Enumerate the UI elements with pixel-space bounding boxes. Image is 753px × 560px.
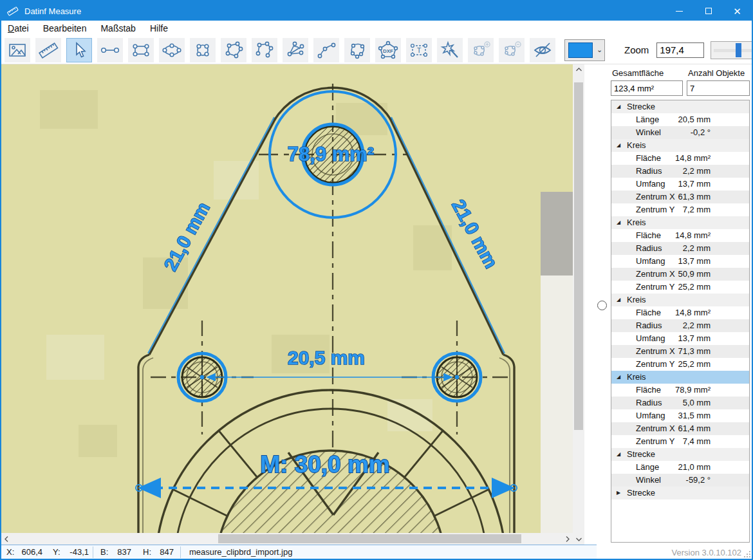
property-row[interactable]: Fläche14,8 mm² bbox=[611, 306, 749, 319]
image-tool-button[interactable] bbox=[5, 38, 30, 62]
collapse-icon[interactable]: ◢ bbox=[617, 371, 623, 384]
property-label: Umfang bbox=[636, 332, 665, 345]
horizontal-scrollbar[interactable] bbox=[1, 533, 573, 545]
menu-bearbeiten[interactable]: Bearbeiten bbox=[43, 22, 93, 35]
menu-massstab[interactable]: Maßstab bbox=[100, 22, 142, 35]
measurement-group-strecke[interactable]: ▶Strecke bbox=[611, 487, 749, 499]
subtract-region-tool-button[interactable] bbox=[499, 38, 525, 62]
zoom-slider[interactable] bbox=[711, 41, 753, 59]
ruler-tool-button[interactable] bbox=[35, 38, 61, 62]
expand-icon[interactable]: ▶ bbox=[617, 487, 623, 499]
collapse-icon[interactable]: ◢ bbox=[617, 216, 623, 229]
dxf-tool-button[interactable]: DXF bbox=[375, 38, 401, 62]
splitter-handle-icon[interactable] bbox=[597, 301, 607, 310]
status-width-value: 837 bbox=[111, 547, 131, 557]
collapse-icon[interactable]: ◢ bbox=[617, 294, 623, 306]
scroll-up-arrow[interactable] bbox=[573, 64, 584, 75]
polygon-tool-button[interactable] bbox=[221, 38, 246, 62]
total-area-field[interactable] bbox=[611, 80, 683, 96]
property-row[interactable]: Zentrum Y7,4 mm bbox=[611, 435, 749, 448]
scroll-left-arrow[interactable] bbox=[1, 533, 12, 545]
property-label: Umfang bbox=[636, 178, 665, 191]
scroll-right-arrow[interactable] bbox=[562, 533, 573, 545]
vertical-scroll-thumb[interactable] bbox=[574, 82, 583, 430]
property-row[interactable]: Zentrum X50,9 mm bbox=[611, 268, 749, 281]
circle-tool-button[interactable] bbox=[190, 38, 216, 62]
property-row[interactable]: Zentrum X61,3 mm bbox=[611, 191, 749, 203]
property-row[interactable]: Umfang13,7 mm bbox=[611, 178, 749, 191]
status-y-label: Y: bbox=[53, 547, 60, 557]
panel-splitter[interactable] bbox=[597, 64, 609, 559]
property-label: Zentrum X bbox=[636, 422, 675, 435]
property-row[interactable]: Radius2,2 mm bbox=[611, 165, 749, 178]
measure-canvas[interactable]: 78,9 mm² 20,5 mm 21,0 mm 21,0 mm M: 30,0… bbox=[1, 64, 573, 533]
object-count-field[interactable] bbox=[687, 80, 750, 96]
property-row[interactable]: Zentrum Y25,2 mm bbox=[611, 281, 749, 294]
text-tool-button[interactable]: T bbox=[406, 38, 432, 62]
property-value: 20,5 mm bbox=[678, 113, 711, 126]
property-row[interactable]: Umfang13,7 mm bbox=[611, 255, 749, 268]
property-row[interactable]: Zentrum Y7,2 mm bbox=[611, 203, 749, 216]
minimize-button[interactable] bbox=[665, 1, 694, 21]
horizontal-scroll-thumb[interactable] bbox=[218, 534, 521, 543]
freeform-tool-button[interactable] bbox=[344, 38, 370, 62]
property-row[interactable]: Zentrum Y25,2 mm bbox=[611, 358, 749, 371]
angle-tool-button[interactable] bbox=[283, 38, 308, 62]
property-row[interactable]: Zentrum X61,4 mm bbox=[611, 422, 749, 435]
property-label: Radius bbox=[636, 165, 662, 178]
property-row[interactable]: Zentrum X71,3 mm bbox=[611, 345, 749, 358]
property-row[interactable]: Winkel-59,2 ° bbox=[611, 474, 749, 487]
measurement-group-kreis[interactable]: ◢Kreis bbox=[611, 139, 749, 152]
ruler-icon bbox=[38, 41, 59, 60]
close-button[interactable]: ✕ bbox=[723, 1, 752, 21]
measurement-list[interactable]: ◢StreckeLänge20,5 mmWinkel-0,2 °◢KreisFl… bbox=[611, 100, 750, 543]
property-row[interactable]: Radius2,2 mm bbox=[611, 319, 749, 332]
color-dropdown[interactable]: ⌄ bbox=[564, 39, 605, 61]
measurement-group-kreis[interactable]: ◢Kreis bbox=[611, 371, 749, 384]
line-tool-button[interactable] bbox=[97, 38, 123, 62]
property-row[interactable]: Radius5,0 mm bbox=[611, 397, 749, 409]
add-region-tool-button[interactable] bbox=[468, 38, 494, 62]
measurement-group-kreis[interactable]: ◢Kreis bbox=[611, 294, 749, 306]
property-row[interactable]: Winkel-0,2 ° bbox=[611, 126, 749, 139]
menu-datei[interactable]: Datei bbox=[8, 22, 35, 35]
property-label: Fläche bbox=[636, 384, 661, 397]
status-x-value: 606,4 bbox=[17, 547, 42, 557]
collapse-icon[interactable]: ◢ bbox=[617, 448, 623, 461]
measurement-group-strecke[interactable]: ◢Strecke bbox=[611, 100, 749, 113]
measurement-group-kreis[interactable]: ◢Kreis bbox=[611, 216, 749, 229]
menu-hilfe[interactable]: Hilfe bbox=[150, 22, 174, 35]
zoom-input[interactable] bbox=[656, 42, 704, 58]
polyline-tool-button[interactable] bbox=[313, 38, 339, 62]
hide-annotations-tool-button[interactable] bbox=[530, 38, 555, 62]
property-row[interactable]: Fläche14,8 mm² bbox=[611, 152, 749, 165]
property-row[interactable]: Länge20,5 mm bbox=[611, 113, 749, 126]
resize-grip-icon[interactable] bbox=[744, 551, 750, 557]
zoom-slider-track bbox=[714, 49, 753, 52]
ellipse-tool-button[interactable] bbox=[159, 38, 185, 62]
vertical-scrollbar[interactable] bbox=[573, 64, 584, 545]
rectangle-tool-button[interactable] bbox=[128, 38, 154, 62]
property-row[interactable]: Fläche14,8 mm² bbox=[611, 229, 749, 242]
measurement-group-strecke[interactable]: ◢Strecke bbox=[611, 448, 749, 461]
group-name: Strecke bbox=[627, 487, 655, 499]
property-row[interactable]: Umfang31,5 mm bbox=[611, 409, 749, 422]
property-value: 31,5 mm bbox=[678, 409, 711, 422]
scroll-down-arrow[interactable] bbox=[573, 534, 584, 545]
collapse-icon[interactable]: ◢ bbox=[617, 100, 623, 113]
property-row[interactable]: Fläche78,9 mm² bbox=[611, 384, 749, 397]
property-value: 71,3 mm bbox=[678, 345, 711, 358]
app-ruler-icon bbox=[6, 5, 19, 17]
collapse-icon[interactable]: ◢ bbox=[617, 139, 623, 152]
group-name: Kreis bbox=[627, 294, 646, 306]
property-row[interactable]: Radius2,2 mm bbox=[611, 242, 749, 255]
zoom-slider-thumb[interactable] bbox=[736, 43, 741, 57]
maximize-button[interactable] bbox=[694, 1, 723, 21]
property-value: 14,8 mm² bbox=[675, 229, 711, 242]
property-row[interactable]: Umfang13,7 mm bbox=[611, 332, 749, 345]
property-row[interactable]: Länge21,0 mm bbox=[611, 461, 749, 474]
select-tool-button[interactable] bbox=[66, 38, 92, 62]
property-label: Zentrum X bbox=[636, 268, 675, 281]
open-polygon-tool-button[interactable] bbox=[252, 38, 277, 62]
magic-wand-tool-button[interactable] bbox=[437, 38, 463, 62]
